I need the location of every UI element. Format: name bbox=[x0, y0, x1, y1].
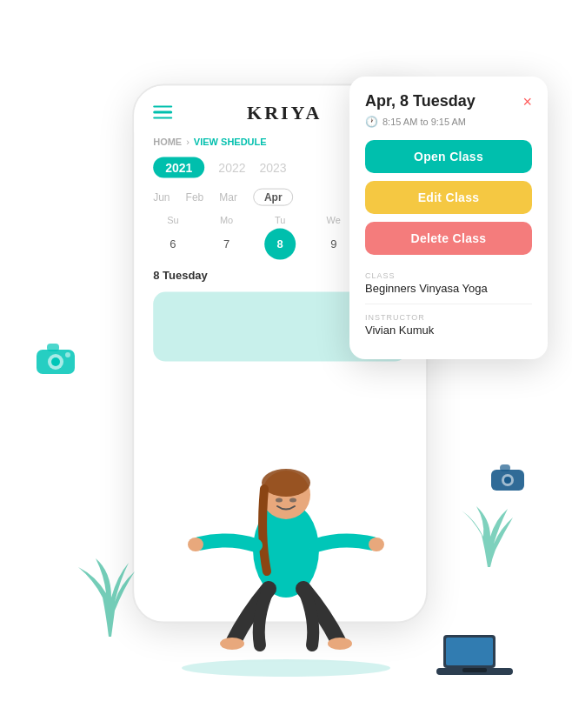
day-8[interactable]: 8 bbox=[264, 228, 296, 259]
svg-rect-3 bbox=[47, 344, 59, 351]
plant-right-decoration bbox=[457, 476, 518, 571]
day-header-we: We bbox=[318, 214, 349, 224]
svg-point-7 bbox=[504, 477, 511, 484]
svg-rect-22 bbox=[462, 668, 487, 672]
year-tab-2023[interactable]: 2023 bbox=[260, 160, 287, 174]
day-7[interactable]: 7 bbox=[211, 228, 243, 259]
svg-point-2 bbox=[51, 357, 60, 366]
breadcrumb-home[interactable]: HOME bbox=[153, 136, 182, 146]
svg-rect-8 bbox=[500, 464, 510, 471]
edit-class-button[interactable]: Edit Class bbox=[365, 181, 532, 214]
day-header-su: Su bbox=[157, 214, 189, 224]
popup-card: Apr, 8 Tuesday × 🕐 8:15 AM to 9:15 AM Op… bbox=[349, 77, 548, 359]
svg-rect-21 bbox=[436, 668, 513, 675]
svg-point-13 bbox=[188, 538, 203, 551]
app-logo: KRIYA bbox=[247, 101, 322, 124]
month-tab-jun[interactable]: Jun bbox=[153, 190, 170, 203]
clock-icon: 🕐 bbox=[365, 116, 378, 128]
day-header-tu: Tu bbox=[264, 214, 296, 224]
breadcrumb-current: VIEW SHEDULE bbox=[194, 136, 267, 146]
svg-point-16 bbox=[328, 638, 352, 650]
camera-left-decoration bbox=[33, 339, 78, 376]
day-6[interactable]: 6 bbox=[157, 228, 189, 259]
svg-point-4 bbox=[65, 352, 70, 357]
class-value: Beginners Vinyasa Yoga bbox=[365, 282, 532, 295]
svg-rect-20 bbox=[446, 638, 493, 665]
month-tab-feb[interactable]: Feb bbox=[186, 190, 204, 203]
breadcrumb-separator: › bbox=[186, 136, 190, 146]
svg-point-14 bbox=[369, 538, 384, 551]
day-header-mo: Mo bbox=[211, 214, 243, 224]
month-tab-mar[interactable]: Mar bbox=[219, 190, 237, 203]
instructor-value: Vivian Kumuk bbox=[365, 324, 532, 337]
delete-class-button[interactable]: Delete Class bbox=[365, 222, 532, 255]
class-label: CLASS bbox=[365, 271, 532, 280]
class-field: CLASS Beginners Vinyasa Yoga bbox=[365, 271, 532, 295]
open-class-button[interactable]: Open Class bbox=[365, 140, 532, 173]
year-tab-2022[interactable]: 2022 bbox=[218, 160, 245, 174]
svg-point-12 bbox=[262, 469, 310, 497]
yoga-figure bbox=[173, 432, 399, 676]
popup-time: 🕐 8:15 AM to 9:15 AM bbox=[365, 116, 532, 128]
svg-point-6 bbox=[502, 474, 514, 486]
svg-rect-19 bbox=[443, 635, 496, 668]
laptop-decoration bbox=[436, 631, 513, 681]
svg-point-15 bbox=[220, 638, 244, 650]
popup-title: Apr, 8 Tuesday bbox=[365, 92, 476, 110]
svg-rect-5 bbox=[491, 470, 524, 491]
hamburger-menu-icon[interactable] bbox=[153, 105, 172, 119]
svg-rect-0 bbox=[37, 350, 75, 374]
popup-time-text: 8:15 AM to 9:15 AM bbox=[382, 117, 466, 127]
svg-point-18 bbox=[289, 498, 296, 503]
svg-point-1 bbox=[48, 354, 63, 370]
svg-point-17 bbox=[276, 498, 283, 503]
year-tab-2021[interactable]: 2021 bbox=[153, 157, 204, 177]
instructor-field: INSTRUCTOR Vivian Kumuk bbox=[365, 313, 532, 337]
month-tab-apr[interactable]: Apr bbox=[253, 188, 294, 205]
camera-right-decoration bbox=[489, 461, 527, 492]
day-9[interactable]: 9 bbox=[318, 228, 349, 259]
close-icon[interactable]: × bbox=[522, 94, 532, 110]
instructor-label: INSTRUCTOR bbox=[365, 313, 532, 322]
